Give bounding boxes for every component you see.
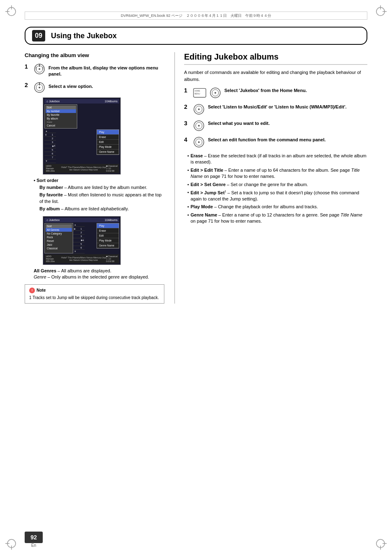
jb1-row-5: 5 bbox=[44, 148, 56, 152]
step-2-row: 2 Select a view option. bbox=[25, 82, 164, 93]
jb1-sm-edit: Edit bbox=[97, 140, 119, 145]
right-step-2-num: 2 bbox=[184, 104, 190, 110]
jb1-row-8: ▼ bbox=[44, 159, 56, 163]
sort-by-number: By number – Albums are listed by the alb… bbox=[39, 184, 164, 191]
jb2-inner: Sort All Genres No Category Rock Reset J… bbox=[44, 223, 119, 253]
page-number-area: 92 En bbox=[25, 532, 43, 548]
jb1-sort-bynumber: By number bbox=[46, 109, 76, 113]
step-1-num: 1 bbox=[25, 63, 30, 70]
knob-icon-2 bbox=[34, 82, 45, 93]
svg-point-28 bbox=[198, 108, 200, 110]
jb1-row-4: ❖4 bbox=[44, 144, 56, 148]
right-intro: A number of commands are available for e… bbox=[184, 69, 367, 83]
svg-point-25 bbox=[214, 92, 216, 94]
jb2-row-5: 5 bbox=[73, 242, 85, 246]
chapter-header: 09 Using the Jukebox bbox=[25, 27, 367, 45]
sort-by-favorite: By favorite – Most often listened to mus… bbox=[39, 192, 164, 205]
jb2-genre-popup: Sort All Genres No Category Rock Reset J… bbox=[44, 223, 73, 253]
right-step-4-num: 4 bbox=[184, 136, 190, 143]
svg-point-19 bbox=[39, 87, 40, 88]
jb1-content: Sort By number By favorite By album Genr… bbox=[44, 104, 119, 163]
edit-bullets: • Erase – Erase the selected track (if a… bbox=[187, 153, 367, 225]
right-step-2: 2 Select 'Listen to Music/Edit' or 'List… bbox=[184, 104, 367, 115]
jb2-main: Sort All Genres No Category Rock Reset J… bbox=[44, 223, 119, 253]
note-box: ! Note 1 Tracks set to Jump will be skip… bbox=[25, 284, 164, 304]
sort-by-album: By album – Albums are listed alphabetica… bbox=[39, 206, 164, 212]
sort-order-section: • Sort order By number – Albums are list… bbox=[34, 178, 164, 212]
jb1-footer: HDD Remain 655:20m Holst* The Planets/Ma… bbox=[44, 164, 119, 173]
jb1-title-bar: ♫ Jukebox 10Albums bbox=[44, 99, 119, 104]
right-step-1-text: Select 'Jukebox' from the Home Menu. bbox=[224, 87, 367, 94]
corner-mark-tl bbox=[3, 3, 20, 20]
jb2-hdd: HDD Remain 655:20m bbox=[46, 255, 61, 263]
bullet-genre-name: • Genre Name – Enter a name of up to 12 … bbox=[187, 212, 367, 225]
step-2-text: Select a view option. bbox=[48, 82, 93, 90]
step-1-text: From the album list, display the view op… bbox=[48, 63, 164, 78]
jb2-classical: Classical bbox=[46, 246, 72, 250]
jukebox-screen-1-inner: ♫ Jukebox 10Albums Sort By number By fav… bbox=[43, 97, 121, 175]
page-number-en: En bbox=[31, 543, 36, 548]
svg-text:MENU: MENU bbox=[194, 93, 200, 95]
right-step-4: 4 Select an edit function from the comma… bbox=[184, 136, 367, 148]
jb2-content: Sort All Genres No Category Rock Reset J… bbox=[44, 223, 119, 253]
jukebox-screen-2: ♫ Jukebox 10Albums Sort All Genres No Ca… bbox=[34, 216, 164, 265]
jb1-row-3: 3 bbox=[44, 140, 56, 144]
jb1-sort-byalbum: By album bbox=[46, 117, 76, 120]
jb1-sort-byfavorite: By favorite bbox=[46, 113, 76, 117]
jb2-icon: ♫ Jukebox bbox=[46, 219, 60, 221]
step-1-row: 1 From the album list, display the view … bbox=[25, 63, 164, 78]
jb2-footer-right: ■Classical 1-10 0:03:58 bbox=[106, 255, 118, 263]
jb1-row-6: 6 bbox=[44, 152, 56, 156]
jb2-count: 10Albums bbox=[105, 219, 118, 221]
jb1-row-0: ▲ bbox=[44, 129, 56, 133]
jb1-icon: ♫ Jukebox bbox=[46, 100, 60, 103]
file-info-bar: DVR640H_WPW_EN.book 92 ページ ２０００６年４月１１日 火… bbox=[25, 12, 367, 20]
jb1-hdd: HDD Remain 655:20m bbox=[46, 165, 61, 172]
jb2-all-genres: All Genres bbox=[46, 228, 72, 232]
jb2-row-4: ❖4 bbox=[73, 238, 85, 242]
knob-icon-1 bbox=[34, 63, 45, 75]
jb1-side-menu-inner: Play Erase Edit Play Mode Genre Name bbox=[97, 129, 119, 155]
jb2-side-menu: Play Erase Edit Play Mode Genre Name bbox=[97, 223, 119, 253]
step-1-text-strong: From the album list, display the view op… bbox=[48, 65, 158, 76]
left-section-heading: Changing the album view bbox=[25, 52, 164, 58]
genre-specific: Genre – Only albums in the selected genr… bbox=[34, 274, 164, 279]
jb1-sort-popup: Sort By number By favorite By album Genr… bbox=[44, 104, 77, 129]
jb2-row-6: 6 bbox=[73, 246, 85, 250]
corner-mark-bl bbox=[3, 535, 20, 552]
note-footnote: 1 Tracks set to Jump will be skipped dur… bbox=[29, 295, 160, 301]
jb2-no-category: No Category bbox=[46, 232, 72, 235]
jb1-side-menu: Play Erase Edit Play Mode Genre Name bbox=[97, 129, 119, 163]
jb1-rows-area: ▲ 01 2 3 ❖4 5 6 7 ▼ bbox=[44, 129, 119, 163]
svg-point-34 bbox=[198, 141, 200, 143]
jb1-num-rows: ▲ 01 2 3 ❖4 5 6 7 ▼ bbox=[44, 129, 56, 163]
right-step-3: 3 Select what you want to edit. bbox=[184, 120, 367, 131]
jb1-row-2: 2 bbox=[44, 137, 56, 140]
note-icon: ! bbox=[29, 288, 35, 293]
corner-mark-br bbox=[372, 535, 389, 552]
chapter-title: Using the Jukebox bbox=[51, 32, 117, 40]
two-col-layout: Changing the album view 1 From the album… bbox=[25, 52, 367, 304]
bullet-edit-jump-set: • Edit > Jump Set1 – Set a track to jump… bbox=[187, 189, 367, 202]
knob-icon-r2 bbox=[193, 104, 205, 115]
right-step-1-num: 1 bbox=[184, 87, 190, 94]
page-number: 92 bbox=[25, 532, 43, 543]
corner-mark-tr bbox=[372, 3, 389, 20]
jb1-count: 10Albums bbox=[105, 100, 118, 103]
jb1-footer-right: ■Classical 1-10 0:03:58 bbox=[106, 165, 118, 172]
knob-icon-r4 bbox=[193, 136, 205, 148]
right-step-1: 1 HOME MENU Select 'Jukebox' from the Ho… bbox=[184, 87, 367, 99]
jb2-footer-info: Holst* The Planets/Mars-Venus-Mercury-Ju… bbox=[61, 256, 106, 261]
jb1-sort-label: Sort bbox=[46, 106, 76, 109]
bullet-edit-title: • Edit > Edit Title – Enter a name of up… bbox=[187, 167, 367, 180]
jb2-row-1: ▶1 bbox=[73, 227, 85, 231]
svg-text:HOME: HOME bbox=[194, 90, 200, 92]
right-section-heading: Editing Jukebox albums bbox=[184, 52, 367, 62]
home-menu-icon: HOME MENU bbox=[193, 88, 206, 99]
right-column: Editing Jukebox albums A number of comma… bbox=[174, 52, 367, 304]
right-step-2-text: Select 'Listen to Music/Edit' or 'Listen… bbox=[208, 104, 367, 111]
jukebox-screen-2-inner: ♫ Jukebox 10Albums Sort All Genres No Ca… bbox=[43, 216, 121, 265]
jb1-main: Sort By number By favorite By album Genr… bbox=[44, 104, 119, 163]
jb1-row-7: 7 bbox=[44, 156, 56, 159]
right-step-3-num: 3 bbox=[184, 120, 190, 127]
